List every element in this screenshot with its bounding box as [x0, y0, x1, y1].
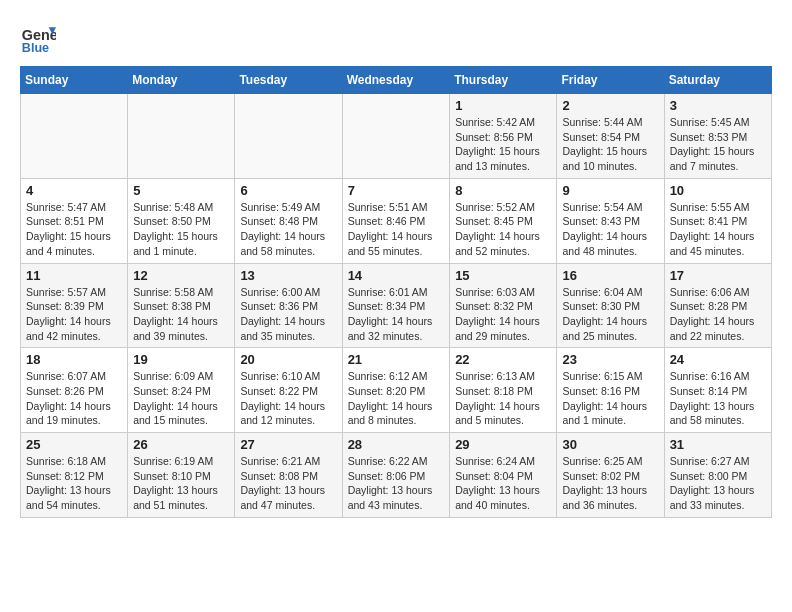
day-number: 24 — [670, 352, 766, 367]
day-number: 15 — [455, 268, 551, 283]
day-info: Sunrise: 5:47 AMSunset: 8:51 PMDaylight:… — [26, 200, 122, 259]
day-info: Sunrise: 5:57 AMSunset: 8:39 PMDaylight:… — [26, 285, 122, 344]
day-info: Sunrise: 6:03 AMSunset: 8:32 PMDaylight:… — [455, 285, 551, 344]
calendar-cell: 23Sunrise: 6:15 AMSunset: 8:16 PMDayligh… — [557, 348, 664, 433]
calendar-cell — [128, 94, 235, 179]
calendar-cell: 7Sunrise: 5:51 AMSunset: 8:46 PMDaylight… — [342, 178, 450, 263]
day-number: 8 — [455, 183, 551, 198]
day-number: 10 — [670, 183, 766, 198]
day-number: 30 — [562, 437, 658, 452]
day-of-week-header: Sunday — [21, 67, 128, 94]
calendar-cell — [21, 94, 128, 179]
day-info: Sunrise: 5:44 AMSunset: 8:54 PMDaylight:… — [562, 115, 658, 174]
calendar-cell: 19Sunrise: 6:09 AMSunset: 8:24 PMDayligh… — [128, 348, 235, 433]
calendar-cell: 27Sunrise: 6:21 AMSunset: 8:08 PMDayligh… — [235, 433, 342, 518]
day-number: 20 — [240, 352, 336, 367]
calendar-cell: 8Sunrise: 5:52 AMSunset: 8:45 PMDaylight… — [450, 178, 557, 263]
day-number: 25 — [26, 437, 122, 452]
day-info: Sunrise: 6:18 AMSunset: 8:12 PMDaylight:… — [26, 454, 122, 513]
calendar-cell: 3Sunrise: 5:45 AMSunset: 8:53 PMDaylight… — [664, 94, 771, 179]
day-number: 21 — [348, 352, 445, 367]
day-info: Sunrise: 6:25 AMSunset: 8:02 PMDaylight:… — [562, 454, 658, 513]
day-number: 28 — [348, 437, 445, 452]
calendar-cell: 14Sunrise: 6:01 AMSunset: 8:34 PMDayligh… — [342, 263, 450, 348]
calendar-cell: 17Sunrise: 6:06 AMSunset: 8:28 PMDayligh… — [664, 263, 771, 348]
day-number: 23 — [562, 352, 658, 367]
day-info: Sunrise: 5:54 AMSunset: 8:43 PMDaylight:… — [562, 200, 658, 259]
day-number: 13 — [240, 268, 336, 283]
day-info: Sunrise: 6:12 AMSunset: 8:20 PMDaylight:… — [348, 369, 445, 428]
day-of-week-header: Thursday — [450, 67, 557, 94]
day-info: Sunrise: 6:21 AMSunset: 8:08 PMDaylight:… — [240, 454, 336, 513]
calendar-cell: 10Sunrise: 5:55 AMSunset: 8:41 PMDayligh… — [664, 178, 771, 263]
day-info: Sunrise: 5:55 AMSunset: 8:41 PMDaylight:… — [670, 200, 766, 259]
day-info: Sunrise: 6:19 AMSunset: 8:10 PMDaylight:… — [133, 454, 229, 513]
calendar-cell: 26Sunrise: 6:19 AMSunset: 8:10 PMDayligh… — [128, 433, 235, 518]
calendar-cell: 24Sunrise: 6:16 AMSunset: 8:14 PMDayligh… — [664, 348, 771, 433]
day-number: 19 — [133, 352, 229, 367]
day-number: 1 — [455, 98, 551, 113]
day-of-week-header: Monday — [128, 67, 235, 94]
day-number: 12 — [133, 268, 229, 283]
day-info: Sunrise: 5:45 AMSunset: 8:53 PMDaylight:… — [670, 115, 766, 174]
day-number: 5 — [133, 183, 229, 198]
calendar-cell: 28Sunrise: 6:22 AMSunset: 8:06 PMDayligh… — [342, 433, 450, 518]
day-info: Sunrise: 6:07 AMSunset: 8:26 PMDaylight:… — [26, 369, 122, 428]
day-number: 26 — [133, 437, 229, 452]
calendar-cell: 15Sunrise: 6:03 AMSunset: 8:32 PMDayligh… — [450, 263, 557, 348]
day-info: Sunrise: 5:58 AMSunset: 8:38 PMDaylight:… — [133, 285, 229, 344]
calendar-cell: 21Sunrise: 6:12 AMSunset: 8:20 PMDayligh… — [342, 348, 450, 433]
calendar-cell: 16Sunrise: 6:04 AMSunset: 8:30 PMDayligh… — [557, 263, 664, 348]
day-info: Sunrise: 6:16 AMSunset: 8:14 PMDaylight:… — [670, 369, 766, 428]
day-info: Sunrise: 6:15 AMSunset: 8:16 PMDaylight:… — [562, 369, 658, 428]
calendar-cell — [342, 94, 450, 179]
day-number: 2 — [562, 98, 658, 113]
calendar-cell: 9Sunrise: 5:54 AMSunset: 8:43 PMDaylight… — [557, 178, 664, 263]
calendar-cell: 1Sunrise: 5:42 AMSunset: 8:56 PMDaylight… — [450, 94, 557, 179]
calendar-cell — [235, 94, 342, 179]
calendar-cell: 18Sunrise: 6:07 AMSunset: 8:26 PMDayligh… — [21, 348, 128, 433]
day-number: 14 — [348, 268, 445, 283]
calendar-header-row: SundayMondayTuesdayWednesdayThursdayFrid… — [21, 67, 772, 94]
calendar-cell: 4Sunrise: 5:47 AMSunset: 8:51 PMDaylight… — [21, 178, 128, 263]
day-info: Sunrise: 6:27 AMSunset: 8:00 PMDaylight:… — [670, 454, 766, 513]
calendar-cell: 2Sunrise: 5:44 AMSunset: 8:54 PMDaylight… — [557, 94, 664, 179]
day-number: 27 — [240, 437, 336, 452]
calendar-cell: 25Sunrise: 6:18 AMSunset: 8:12 PMDayligh… — [21, 433, 128, 518]
day-number: 18 — [26, 352, 122, 367]
day-number: 22 — [455, 352, 551, 367]
calendar-cell: 12Sunrise: 5:58 AMSunset: 8:38 PMDayligh… — [128, 263, 235, 348]
day-info: Sunrise: 5:51 AMSunset: 8:46 PMDaylight:… — [348, 200, 445, 259]
day-info: Sunrise: 5:52 AMSunset: 8:45 PMDaylight:… — [455, 200, 551, 259]
day-of-week-header: Friday — [557, 67, 664, 94]
calendar-cell: 5Sunrise: 5:48 AMSunset: 8:50 PMDaylight… — [128, 178, 235, 263]
day-number: 17 — [670, 268, 766, 283]
day-info: Sunrise: 6:24 AMSunset: 8:04 PMDaylight:… — [455, 454, 551, 513]
day-number: 4 — [26, 183, 122, 198]
day-info: Sunrise: 6:01 AMSunset: 8:34 PMDaylight:… — [348, 285, 445, 344]
day-info: Sunrise: 6:09 AMSunset: 8:24 PMDaylight:… — [133, 369, 229, 428]
calendar-cell: 6Sunrise: 5:49 AMSunset: 8:48 PMDaylight… — [235, 178, 342, 263]
day-info: Sunrise: 5:49 AMSunset: 8:48 PMDaylight:… — [240, 200, 336, 259]
day-of-week-header: Wednesday — [342, 67, 450, 94]
day-of-week-header: Saturday — [664, 67, 771, 94]
calendar-table: SundayMondayTuesdayWednesdayThursdayFrid… — [20, 66, 772, 518]
calendar-week-row: 1Sunrise: 5:42 AMSunset: 8:56 PMDaylight… — [21, 94, 772, 179]
logo: General Blue — [20, 20, 60, 56]
calendar-week-row: 4Sunrise: 5:47 AMSunset: 8:51 PMDaylight… — [21, 178, 772, 263]
day-info: Sunrise: 6:04 AMSunset: 8:30 PMDaylight:… — [562, 285, 658, 344]
calendar-cell: 11Sunrise: 5:57 AMSunset: 8:39 PMDayligh… — [21, 263, 128, 348]
calendar-cell: 13Sunrise: 6:00 AMSunset: 8:36 PMDayligh… — [235, 263, 342, 348]
svg-text:Blue: Blue — [22, 41, 49, 55]
day-info: Sunrise: 5:48 AMSunset: 8:50 PMDaylight:… — [133, 200, 229, 259]
day-number: 9 — [562, 183, 658, 198]
calendar-cell: 30Sunrise: 6:25 AMSunset: 8:02 PMDayligh… — [557, 433, 664, 518]
day-of-week-header: Tuesday — [235, 67, 342, 94]
day-info: Sunrise: 6:10 AMSunset: 8:22 PMDaylight:… — [240, 369, 336, 428]
calendar-cell: 29Sunrise: 6:24 AMSunset: 8:04 PMDayligh… — [450, 433, 557, 518]
calendar-week-row: 25Sunrise: 6:18 AMSunset: 8:12 PMDayligh… — [21, 433, 772, 518]
calendar-cell: 31Sunrise: 6:27 AMSunset: 8:00 PMDayligh… — [664, 433, 771, 518]
calendar-week-row: 11Sunrise: 5:57 AMSunset: 8:39 PMDayligh… — [21, 263, 772, 348]
day-number: 29 — [455, 437, 551, 452]
day-number: 11 — [26, 268, 122, 283]
